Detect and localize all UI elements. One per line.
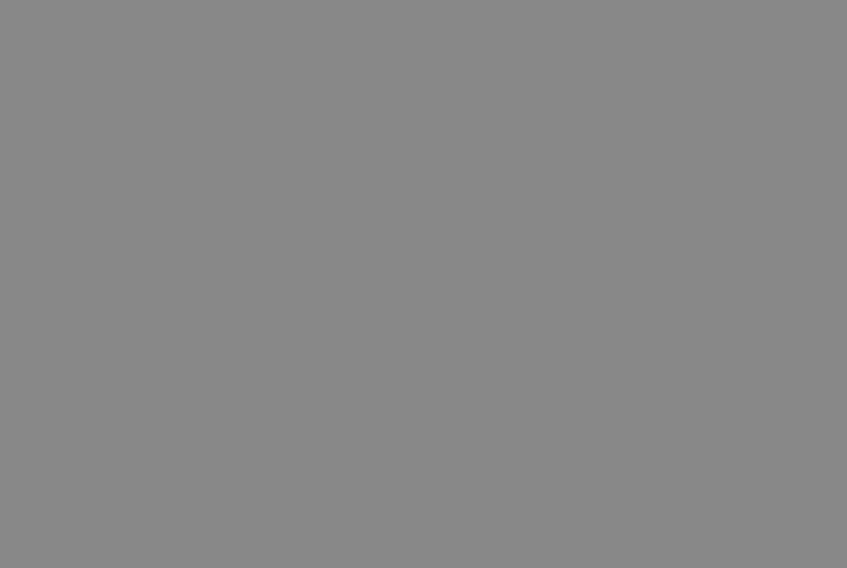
perspective-viewport[interactable] [0, 0, 847, 568]
viewport-window [0, 0, 847, 568]
